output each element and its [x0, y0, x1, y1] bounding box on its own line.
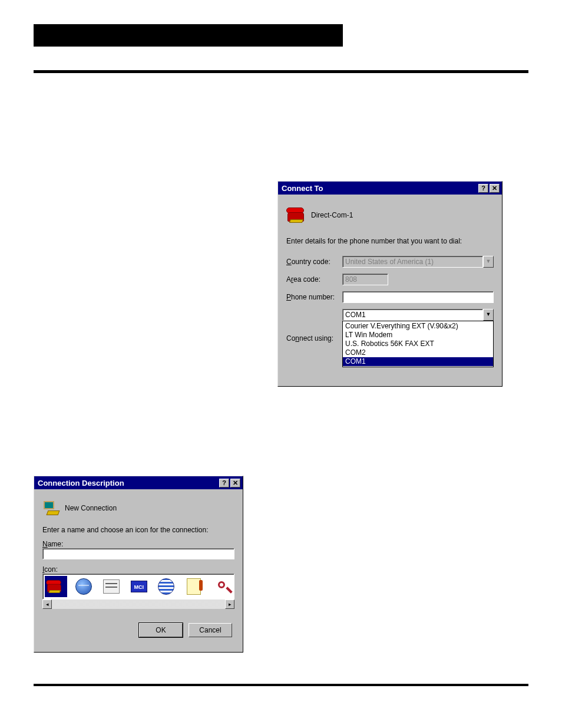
- globe-icon: [75, 578, 92, 595]
- icon-option-news[interactable]: [101, 576, 123, 597]
- icon-chooser: MCI: [42, 574, 234, 599]
- name-label: Name:: [42, 540, 234, 548]
- name-input[interactable]: [42, 548, 234, 559]
- conn-desc-instruction: Enter a name and choose an icon for the …: [42, 526, 234, 534]
- country-code-drop-icon: ▼: [483, 256, 494, 268]
- scroll-right-icon[interactable]: ▸: [225, 599, 234, 609]
- connection-name: Direct-Com-1: [311, 211, 353, 219]
- new-connection-icon: [42, 500, 60, 516]
- icon-label: Icon:: [42, 565, 234, 574]
- scroll-left-icon[interactable]: ◂: [42, 599, 52, 609]
- connect-option-3[interactable]: COM2: [343, 348, 493, 357]
- country-code-label: Country code:: [286, 258, 342, 266]
- connect-using-combo[interactable]: COM1: [342, 309, 483, 321]
- country-code-combo: United States of America (1): [342, 256, 483, 268]
- icon-option-magnifier[interactable]: [210, 576, 232, 597]
- icon-option-phone[interactable]: [45, 576, 67, 597]
- icon-scrollbar[interactable]: ◂ ▸: [42, 599, 234, 609]
- connect-option-4[interactable]: COM1: [343, 357, 493, 366]
- connect-to-title: Connect To: [282, 184, 477, 193]
- connect-option-1[interactable]: LT Win Modem: [343, 331, 493, 340]
- connect-to-dialog: Connect To ? ✕ Direct-Com-1 Enter detail…: [277, 181, 503, 387]
- conn-desc-body: New Connection Enter a name and choose a…: [34, 489, 243, 645]
- magnifier-icon: [218, 581, 225, 588]
- ok-button[interactable]: OK: [139, 623, 183, 637]
- phone-number-input[interactable]: [342, 291, 494, 303]
- page-header-black-bar: [34, 24, 343, 47]
- connect-using-drop-icon[interactable]: ▼: [483, 309, 494, 321]
- icon-option-globe[interactable]: [73, 576, 95, 597]
- scroll-track[interactable]: [52, 599, 225, 609]
- att-globe-icon: [158, 578, 174, 595]
- connect-to-titlebar[interactable]: Connect To ? ✕: [278, 182, 502, 195]
- phone-icon: [286, 206, 306, 224]
- area-code-input: 808: [342, 274, 388, 285]
- conn-desc-title: Connection Description: [38, 479, 218, 487]
- notepad-icon: [187, 578, 201, 595]
- help-button[interactable]: ?: [219, 479, 229, 487]
- conn-desc-titlebar[interactable]: Connection Description ? ✕: [34, 476, 243, 489]
- close-button[interactable]: ✕: [490, 184, 500, 193]
- connect-option-2[interactable]: U.S. Robotics 56K FAX EXT: [343, 340, 493, 348]
- icon-option-note[interactable]: [183, 576, 205, 597]
- connect-to-instruction: Enter details for the phone number that …: [286, 237, 494, 245]
- connection-description-dialog: Connection Description ? ✕ New Connectio…: [34, 476, 243, 653]
- close-button[interactable]: ✕: [230, 479, 240, 487]
- newspaper-icon: [103, 579, 120, 594]
- icon-option-mci[interactable]: MCI: [128, 576, 150, 597]
- cancel-button[interactable]: Cancel: [189, 623, 232, 637]
- page-divider-top: [34, 70, 528, 73]
- connect-option-0[interactable]: Courier V.Everything EXT (V.90&x2): [343, 322, 493, 331]
- area-code-label: Area code:: [286, 275, 342, 284]
- phone-number-label: Phone number:: [286, 293, 342, 301]
- page-divider-bottom: [34, 684, 528, 686]
- conn-desc-header-text: New Connection: [65, 504, 117, 512]
- connect-using-dropdown[interactable]: Courier V.Everything EXT (V.90&x2) LT Wi…: [342, 321, 494, 367]
- help-button[interactable]: ?: [478, 184, 488, 193]
- icon-option-att[interactable]: [156, 576, 177, 597]
- connect-using-label: Connect using:: [286, 334, 342, 342]
- mci-icon: MCI: [131, 581, 147, 592]
- connect-to-body: Direct-Com-1 Enter details for the phone…: [278, 195, 502, 375]
